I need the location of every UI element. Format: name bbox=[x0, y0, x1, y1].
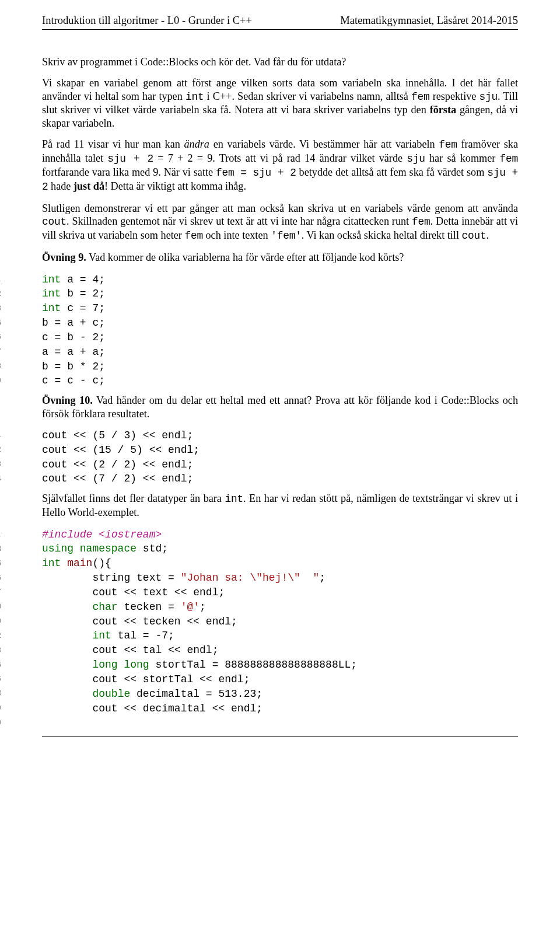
text: . bbox=[487, 229, 489, 241]
code-text: stortTal = 888888888888888888LL; bbox=[149, 658, 357, 672]
code-line: c = c - c; bbox=[42, 374, 105, 388]
code-text: ; bbox=[319, 571, 326, 585]
text: ! Detta är viktigt att komma ihåg. bbox=[104, 180, 246, 192]
code-text: tal = -7; bbox=[111, 629, 174, 643]
inline-code: int bbox=[225, 493, 243, 505]
text: På rad 11 visar vi hur man kan bbox=[42, 138, 184, 150]
inline-code: int bbox=[186, 91, 204, 103]
inline-code: fem = sju + 2 bbox=[216, 167, 296, 179]
code-line: b = b * 2; bbox=[42, 359, 105, 374]
keyword: char bbox=[92, 600, 117, 615]
code-line: cout << (7 / 2) << endl; bbox=[42, 472, 193, 486]
line-number: 1 bbox=[0, 428, 1, 441]
inline-code: sju bbox=[480, 91, 498, 103]
line-number: 1 bbox=[0, 273, 1, 285]
text: . Skillnaden gentemot när vi skrev ut te… bbox=[66, 215, 412, 227]
code-line: cout << (2 / 2) << endl; bbox=[42, 458, 193, 472]
code-line: cout << decimaltal << endl; bbox=[42, 701, 262, 716]
code-block-3: 1#include <iostream> 2 3using namespace … bbox=[7, 528, 518, 716]
text-bold: just då bbox=[74, 180, 104, 192]
keyword: using namespace bbox=[42, 542, 136, 556]
header-right: Matematikgymnasiet, Läsåret 2014-2015 bbox=[340, 14, 518, 27]
exercise-label: Övning 9. bbox=[42, 252, 86, 263]
text: respektive bbox=[430, 90, 480, 102]
text: hade bbox=[48, 180, 74, 192]
keyword: long long bbox=[92, 658, 149, 672]
text: . Vi kan också skicka heltal direkt till bbox=[302, 229, 462, 241]
code-text: decimaltal = 513.23; bbox=[130, 687, 262, 701]
text-bold: första bbox=[430, 104, 456, 116]
indent bbox=[42, 658, 92, 672]
indent bbox=[42, 600, 92, 615]
line-number: 13 bbox=[0, 643, 1, 656]
exercise-text: Vad kommer de olika variablerna ha för v… bbox=[86, 252, 404, 263]
line-number: 16 bbox=[0, 672, 1, 685]
inline-code: sju bbox=[407, 153, 425, 165]
inline-code: sju + 2 bbox=[107, 153, 153, 165]
line-number: 15 bbox=[0, 658, 1, 671]
inline-code: fem bbox=[412, 216, 430, 228]
text: har så kommer bbox=[425, 152, 500, 164]
indent bbox=[42, 687, 92, 701]
line-number: 9 bbox=[0, 374, 1, 386]
paragraph-3: På rad 11 visar vi hur man kan ändra en … bbox=[42, 138, 518, 194]
line-number: 3 bbox=[0, 301, 1, 314]
text: = 7 + 2 = 9. Trots att vi på rad 14 ändr… bbox=[153, 152, 407, 164]
text-italic: ändra bbox=[184, 138, 209, 150]
string-literal: "Johan sa: \"hej!\" " bbox=[181, 571, 320, 585]
header-left: Introduktion till algoritmer - L0 - Grun… bbox=[42, 14, 252, 27]
preprocessor: #include <iostream> bbox=[42, 528, 162, 542]
line-number: 7 bbox=[0, 345, 1, 358]
line-number: 2 bbox=[0, 443, 1, 456]
line-number: 8 bbox=[0, 359, 1, 372]
keyword: int bbox=[42, 556, 61, 571]
code-text: ; bbox=[200, 600, 206, 615]
line-number: 12 bbox=[0, 629, 1, 641]
page-body: Introduktion till algoritmer - L0 - Grun… bbox=[42, 0, 518, 765]
inline-code: fem bbox=[411, 91, 430, 103]
text: betydde det alltså att fem ska få värdet… bbox=[296, 166, 487, 178]
exercise-text: Vad händer om du delar ett heltal med et… bbox=[42, 395, 518, 419]
exercise-label: Övning 10. bbox=[42, 395, 93, 406]
code-line: b = a + c; bbox=[42, 316, 105, 330]
line-number: 19 bbox=[0, 701, 1, 714]
code-line: cout << tal << endl; bbox=[42, 643, 218, 658]
paragraph-1: Skriv av programmet i Code::Blocks och k… bbox=[42, 55, 518, 68]
keyword: double bbox=[92, 687, 130, 701]
text: en variabels värde. Vi bestämmer här att… bbox=[209, 138, 439, 150]
line-number: 2 bbox=[0, 287, 1, 299]
line-number: 6 bbox=[0, 330, 1, 343]
code-line: cout << (5 / 3) << endl; bbox=[42, 428, 193, 443]
code-text: tecken = bbox=[118, 600, 181, 615]
inline-code: 'fem' bbox=[271, 230, 302, 242]
keyword: int bbox=[92, 629, 111, 643]
exercise-9: Övning 9. Vad kommer de olika variablern… bbox=[42, 251, 518, 264]
line-number: 9 bbox=[0, 600, 1, 613]
code-line: cout << text << endl; bbox=[42, 585, 225, 600]
line-number: 6 bbox=[0, 571, 1, 584]
line-number: 20 bbox=[0, 715, 1, 728]
page-header: Introduktion till algoritmer - L0 - Grun… bbox=[42, 14, 518, 30]
line-number: 10 bbox=[0, 615, 1, 627]
line-number: 3 bbox=[0, 542, 1, 554]
text: Slutligen demonstrerar vi ett par gånger… bbox=[42, 203, 518, 214]
paragraph-2: Vi skapar en variabel genom att först an… bbox=[42, 76, 518, 130]
code-line: a = a + a; bbox=[42, 345, 105, 359]
code-text: (){ bbox=[92, 556, 111, 571]
paragraph-4: Slutligen demonstrerar vi ett par gånger… bbox=[42, 202, 518, 243]
code-block-2: 1cout << (5 / 3) << endl; 2cout << (15 /… bbox=[7, 428, 518, 486]
line-number: 7 bbox=[0, 585, 1, 598]
indent bbox=[42, 629, 92, 643]
line-number: 1 bbox=[0, 528, 1, 540]
inline-code: cout bbox=[462, 230, 487, 242]
char-literal: '@' bbox=[181, 600, 200, 615]
code-text: string text = bbox=[42, 571, 181, 585]
line-number: 5 bbox=[0, 556, 1, 569]
inline-code: cout bbox=[42, 216, 66, 228]
code-line: cout << (15 / 5) << endl; bbox=[42, 443, 200, 458]
code-block-1: 1int a = 4; 2int b = 2; 3int c = 7; 4 5b… bbox=[7, 273, 518, 389]
identifier: main bbox=[61, 556, 92, 571]
line-number: 5 bbox=[0, 316, 1, 329]
footer-rule bbox=[42, 736, 518, 737]
inline-code: fem bbox=[439, 139, 457, 151]
